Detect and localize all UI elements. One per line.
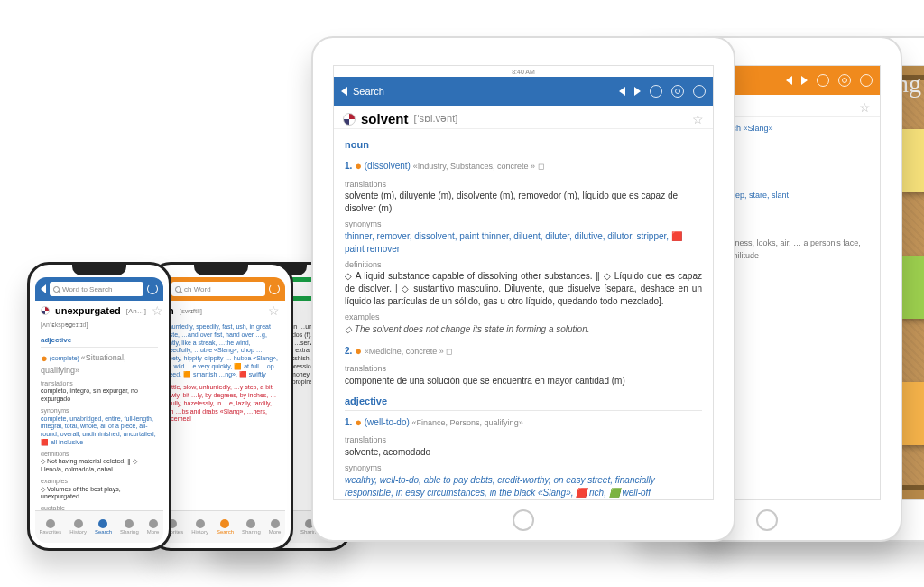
label-translations: translations — [345, 179, 702, 191]
lang-tag: [An…] — [126, 307, 146, 315]
search-icon — [53, 286, 60, 293]
label-definitions: definitions — [41, 451, 158, 459]
share-icon[interactable] — [693, 85, 706, 98]
tab-bar: Favorites History Search Sharing More — [157, 510, 285, 543]
entry-header: sh [swɪftli] ☆ — [157, 301, 285, 321]
refresh-icon[interactable] — [269, 284, 280, 294]
nav-next-icon[interactable] — [634, 87, 641, 96]
label-translations: translations — [345, 434, 702, 446]
sense-noun-2: 2. ● «Medicine, concrete » ◻ — [345, 343, 702, 359]
tab-history[interactable]: History — [69, 519, 87, 535]
sticky-note-text: - V — [903, 159, 924, 172]
nav-prev-icon[interactable] — [619, 87, 625, 96]
tab-more[interactable]: More — [147, 519, 160, 535]
search-icon — [98, 519, 107, 528]
entry-body: ◇ hurriedly, speedily, fast, ush, in gre… — [157, 321, 285, 429]
back-icon[interactable] — [341, 87, 347, 96]
search-icon — [175, 286, 181, 293]
home-button[interactable] — [756, 509, 778, 531]
translations-text: componente de una solución que se encuen… — [345, 375, 702, 387]
app-toolbar: Search — [334, 77, 713, 106]
back-label[interactable]: Search — [353, 86, 384, 97]
sticky-note-number: #2 — [903, 133, 924, 154]
clock-icon — [196, 519, 205, 528]
gear-icon — [246, 519, 255, 528]
synonyms-text[interactable]: thinner, remover, dissolvent, paint thin… — [345, 230, 702, 256]
synonyms-text[interactable]: complete, unabridged, entire, full-lengt… — [41, 415, 158, 447]
tab-sharing[interactable]: Sharing — [120, 519, 139, 535]
favorite-star-icon[interactable]: ☆ — [859, 100, 871, 115]
phone-blue-screen: Word to Search unexpurgated [An…] ☆ [ʌnˈ… — [35, 277, 163, 543]
status-bar: 8:40 AM — [334, 66, 713, 77]
tab-more[interactable]: More — [269, 519, 282, 535]
phone-orange-screen: ch Word sh [swɪftli] ☆ ◇ hurriedly, spee… — [157, 277, 285, 543]
antonyms-text[interactable]: ◇ little, slow, unhurriedly, …y step, a … — [162, 384, 280, 424]
translations-text: solvente, acomodado — [345, 446, 702, 459]
label-definitions: definitions — [345, 259, 702, 271]
tab-bar: Favorites History Search Sharing More — [35, 510, 163, 543]
examples-text: ◇ Volumes of the best plays, unexpurgate… — [41, 486, 158, 502]
entry-body: noun 1. ● (dissolvent) «Industry, Substa… — [334, 129, 713, 500]
tab-search[interactable]: Search — [217, 519, 234, 535]
sticky-note-number: #6 — [903, 386, 924, 406]
sense-noun-1: 1. ● (dissolvent) «Industry, Substances,… — [345, 158, 702, 174]
home-button[interactable] — [513, 509, 534, 531]
star-icon — [46, 519, 55, 528]
translations-text: solvente (m), diluyente (m), disolvente … — [345, 190, 702, 215]
refresh-icon[interactable] — [147, 284, 158, 294]
sync-icon[interactable] — [817, 74, 829, 87]
synonyms-text[interactable]: ◇ hurriedly, speedily, fast, ush, in gre… — [162, 323, 280, 378]
label-synonyms: synonyms — [345, 219, 702, 230]
marketing-device-lineup: ng #2 - V #4 #6 LL — [0, 0, 924, 587]
ipa-pronunciation: [swɪftli] — [180, 307, 202, 315]
ipa-pronunciation: [ˈsɒl.vənt] — [414, 113, 458, 125]
label-synonyms: synonyms — [41, 407, 158, 415]
label-examples: examples — [345, 312, 702, 323]
part-of-speech: adjective — [41, 336, 158, 348]
search-bar: Word to Search — [35, 277, 163, 301]
phone-notch — [194, 265, 248, 275]
flag-us-icon — [41, 306, 50, 315]
nav-prev-icon[interactable] — [786, 76, 792, 85]
label-translations: translations — [41, 380, 158, 388]
synonyms-text[interactable]: wealthy, well-to-do, able to pay debts, … — [345, 474, 702, 499]
settings-icon[interactable] — [838, 74, 851, 87]
favorite-star-icon[interactable]: ☆ — [268, 303, 280, 318]
sticky-note-text: LL — [903, 412, 924, 425]
gear-icon — [125, 519, 134, 528]
part-of-speech-adjective: adjective — [345, 395, 702, 411]
sense-1: ● (complete) «Situational, qualifying» — [41, 351, 158, 377]
search-input[interactable]: ch Word — [171, 282, 265, 296]
sync-icon[interactable] — [650, 85, 662, 98]
ipad-main: 8:40 AM Search solvent [ˈsɒl.vənt] ☆ nou… — [311, 36, 735, 542]
tab-sharing[interactable]: Sharing — [242, 519, 261, 535]
ipad-main-screen: 8:40 AM Search solvent [ˈsɒl.vənt] ☆ nou… — [333, 65, 714, 500]
back-icon[interactable] — [41, 284, 46, 294]
definitions-text: ◇ A liquid substance capable of dissolvi… — [345, 270, 702, 308]
search-input[interactable]: Word to Search — [50, 282, 143, 296]
part-of-speech-noun: noun — [345, 138, 702, 154]
clock-icon — [74, 519, 83, 528]
tab-search[interactable]: Search — [95, 519, 112, 535]
label-examples: examples — [41, 478, 158, 486]
tab-favorites[interactable]: Favorites — [40, 519, 62, 535]
phone-notch — [72, 265, 126, 275]
search-bar: ch Word — [157, 277, 285, 301]
share-icon[interactable] — [860, 74, 873, 87]
favorite-star-icon[interactable]: ☆ — [152, 303, 163, 318]
translations-text: completo, íntegro, sin expurgar, no expu… — [41, 387, 158, 404]
label-synonyms: synonyms — [345, 462, 702, 474]
definitions-text: ◇ Not having material deleted. ‖ ◇ Lleno… — [41, 458, 158, 474]
phone-blue: Word to Search unexpurgated [An…] ☆ [ʌnˈ… — [27, 262, 171, 551]
headword: unexpurgated — [55, 305, 121, 316]
settings-icon[interactable] — [671, 85, 684, 98]
favorite-star-icon[interactable]: ☆ — [692, 112, 704, 126]
tab-history[interactable]: History — [191, 519, 208, 535]
ipa-pronunciation: [ʌnˈɛkspəɡeɪtɪd] — [35, 321, 163, 329]
search-icon — [220, 519, 229, 528]
entry-body: adjective ● (complete) «Situational, qua… — [35, 329, 163, 534]
flag-us-icon — [343, 113, 356, 126]
label-translations: translations — [345, 363, 702, 375]
headword: solvent — [361, 111, 409, 126]
nav-next-icon[interactable] — [801, 76, 808, 85]
